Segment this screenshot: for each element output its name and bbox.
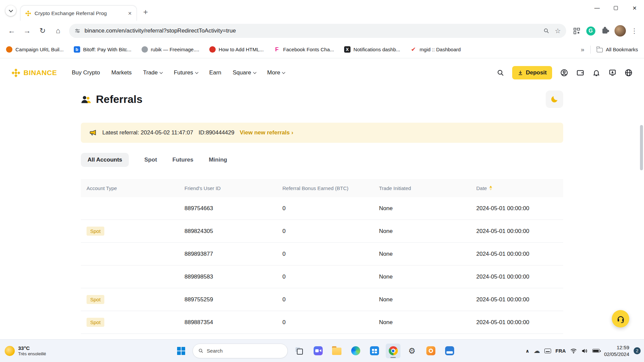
- taskbar-search-input[interactable]: [207, 348, 282, 354]
- page-title: Referrals: [96, 93, 143, 106]
- bookmark-rubik[interactable]: rubik — Freeimage....: [142, 46, 199, 53]
- tab-mining[interactable]: Mining: [209, 157, 227, 163]
- all-bookmarks-button[interactable]: All Bookmarks: [597, 47, 638, 52]
- nav-earn[interactable]: Earn: [209, 69, 221, 76]
- view-new-referrals-link[interactable]: View new referrals ›: [240, 129, 293, 136]
- onedrive-icon[interactable]: ☁: [534, 347, 540, 355]
- app-orange-button[interactable]: [423, 344, 438, 358]
- tab-futures[interactable]: Futures: [172, 157, 193, 163]
- start-button[interactable]: [174, 344, 189, 358]
- video-chat-icon: [314, 346, 323, 355]
- bookmark-bitoff[interactable]: b Bitoff: Pay With Bitc...: [74, 46, 131, 53]
- bookmark-facebook-fonts[interactable]: F Facebook Fonts Cha...: [274, 46, 334, 53]
- weather-widget[interactable]: 33°C Très ensoleillé: [5, 345, 46, 356]
- nav-square[interactable]: Square: [233, 69, 256, 76]
- brand-name: BINANCE: [23, 69, 57, 77]
- windows-logo-icon: [177, 347, 185, 355]
- deposit-button[interactable]: Deposit: [512, 66, 552, 79]
- puzzle-glyph: [602, 28, 607, 34]
- theme-toggle[interactable]: [546, 90, 563, 108]
- html-favicon: [209, 46, 216, 53]
- weather-temp: 33°C: [18, 345, 46, 351]
- extensions-icon[interactable]: [598, 24, 611, 37]
- edge-button[interactable]: [348, 344, 363, 358]
- chevron-down-icon: [195, 71, 198, 74]
- clock-time: 12:59: [616, 344, 629, 351]
- search-icon[interactable]: [497, 69, 504, 76]
- page-scrollbar-thumb[interactable]: [640, 125, 643, 170]
- taskbar-search[interactable]: [193, 344, 288, 358]
- deposit-label: Deposit: [526, 69, 547, 76]
- wifi-icon[interactable]: [570, 348, 577, 354]
- wallet-icon[interactable]: [576, 69, 584, 77]
- tab-spot[interactable]: Spot: [144, 157, 157, 163]
- profile-avatar[interactable]: [614, 25, 626, 37]
- back-button[interactable]: ←: [5, 24, 19, 38]
- orange-app-icon: [426, 346, 435, 355]
- binance-logo[interactable]: BINANCE: [11, 68, 57, 77]
- url-bar[interactable]: binance.com/en/activity/referral?stopRed…: [69, 24, 566, 38]
- file-explorer-button[interactable]: [329, 344, 344, 358]
- profile-icon[interactable]: [560, 69, 568, 77]
- nav-more[interactable]: More: [267, 69, 285, 76]
- home-button[interactable]: ⌂: [51, 24, 65, 38]
- globe-icon[interactable]: [625, 69, 633, 77]
- nav-markets[interactable]: Markets: [111, 69, 131, 76]
- nav-buy-crypto[interactable]: Buy Crypto: [72, 69, 100, 76]
- chat-app-button[interactable]: [311, 344, 325, 358]
- touch-keyboard-icon[interactable]: [544, 349, 551, 353]
- task-view-icon: [296, 347, 303, 355]
- nav-futures[interactable]: Futures: [174, 69, 198, 76]
- site-info-icon[interactable]: [74, 28, 80, 34]
- table-row: 889754663 0 None 2024-05-01 00:00:00: [81, 197, 563, 220]
- maximize-button[interactable]: [606, 0, 625, 16]
- col-date-sort[interactable]: Date: [471, 185, 563, 191]
- download-app-icon[interactable]: [608, 69, 616, 77]
- binance-menu: Buy Crypto Markets Trade Futures Earn Sq…: [72, 69, 285, 76]
- bookmarks-right: » All Bookmarks: [581, 46, 638, 54]
- task-view-button[interactable]: [292, 344, 307, 358]
- nav-trade[interactable]: Trade: [143, 69, 162, 76]
- tab-search-button[interactable]: [5, 5, 16, 16]
- battery-icon[interactable]: [592, 349, 600, 353]
- bookmark-html[interactable]: How to Add HTML...: [209, 46, 264, 53]
- minimize-button[interactable]: —: [588, 0, 606, 16]
- browser-menu-icon[interactable]: ⋮: [629, 27, 639, 35]
- settings-button[interactable]: ⚙: [405, 344, 419, 358]
- bookmark-star-icon[interactable]: ☆: [555, 27, 561, 35]
- volume-icon[interactable]: [581, 348, 588, 354]
- table-row: Spot 889887354 0 None 2024-05-01 00:00:0…: [81, 311, 563, 334]
- language-indicator[interactable]: FRA: [555, 348, 566, 354]
- spot-badge: Spot: [87, 295, 104, 304]
- clock[interactable]: 12:59 02/05/2024: [604, 344, 629, 357]
- tray-expand-icon[interactable]: ∧: [526, 348, 529, 354]
- notification-badge[interactable]: 2: [634, 347, 641, 354]
- search-icon: [198, 348, 203, 354]
- browser-tab[interactable]: Crypto Exchange Referral Prog ✕: [20, 5, 137, 21]
- forward-button[interactable]: →: [20, 24, 34, 38]
- chrome-button[interactable]: [386, 344, 400, 358]
- cell-date: 2024-05-01 00:00:00: [471, 296, 563, 303]
- bookmark-campaign-url[interactable]: Campaign URL Buil...: [6, 46, 64, 53]
- grammarly-extension-icon[interactable]: G: [584, 24, 597, 37]
- qr-code-icon[interactable]: [570, 24, 583, 37]
- bookmark-notifications[interactable]: X Notifications dashb...: [344, 46, 400, 53]
- app-blue-button[interactable]: [442, 344, 457, 358]
- bookmarks-overflow-icon[interactable]: »: [581, 46, 585, 53]
- bookmark-mgid[interactable]: ✔ mgid :: Dashboard: [410, 46, 461, 53]
- chevron-down-icon: [282, 71, 285, 74]
- cell-date: 2024-05-01 00:00:00: [471, 251, 563, 257]
- mgid-favicon: ✔: [410, 46, 417, 53]
- support-chat-button[interactable]: [612, 310, 629, 327]
- cell-date: 2024-05-01 00:00:00: [471, 319, 563, 326]
- tab-close-icon[interactable]: ✕: [126, 9, 134, 17]
- tab-all-accounts[interactable]: All Accounts: [81, 153, 129, 167]
- store-button[interactable]: [367, 344, 382, 358]
- reload-button[interactable]: ↻: [36, 24, 50, 38]
- referrals-content: Referrals Latest referral: 2024-05-02 11…: [81, 90, 563, 334]
- search-in-url-icon[interactable]: [543, 28, 549, 34]
- new-tab-button[interactable]: +: [140, 6, 152, 18]
- close-window-button[interactable]: ✕: [625, 0, 644, 16]
- cell-bonus: 0: [277, 274, 373, 280]
- notifications-icon[interactable]: [592, 69, 600, 77]
